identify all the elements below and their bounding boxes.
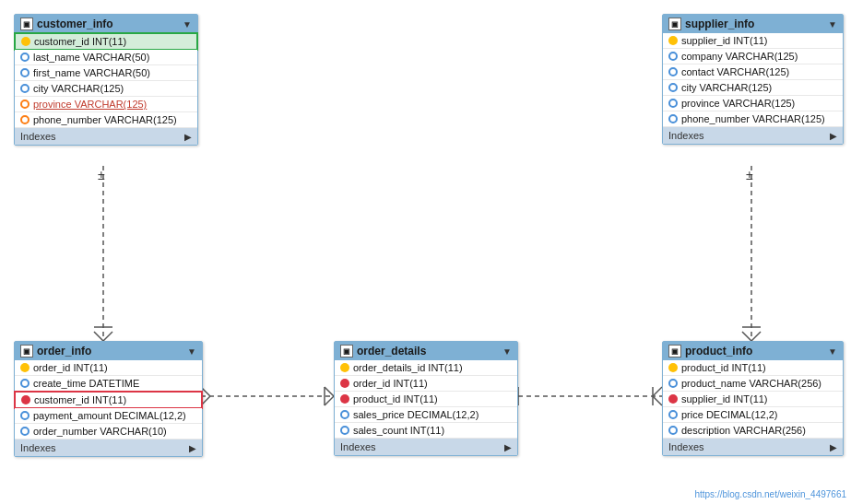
field-text: customer_id INT(11)	[34, 394, 126, 405]
field-text: city VARCHAR(125)	[33, 83, 124, 94]
dropdown-icon[interactable]: ▼	[828, 19, 837, 29]
field-phone: phone_number VARCHAR(125)	[663, 111, 843, 127]
field-text: description VARCHAR(256)	[681, 425, 806, 436]
field-order-number: order_number VARCHAR(10)	[15, 424, 202, 440]
indexes-arrow: ▶	[830, 131, 837, 141]
field-icon	[20, 411, 30, 420]
field-text: order_number VARCHAR(10)	[33, 426, 167, 437]
indexes-order-info[interactable]: Indexes ▶	[15, 440, 202, 456]
indexes-order-details[interactable]: Indexes ▶	[335, 439, 517, 455]
watermark: https://blog.csdn.net/weixin_4497661	[694, 489, 846, 499]
field-supplier-id: supplier_id INT(11)	[663, 33, 843, 49]
indexes-customer-info[interactable]: Indexes ▶	[15, 128, 197, 145]
field-text: contact VARCHAR(125)	[681, 66, 789, 77]
field-phone: phone_number VARCHAR(125)	[15, 112, 197, 128]
svg-line-15	[325, 396, 334, 405]
fk-icon	[340, 379, 349, 388]
svg-line-14	[325, 387, 334, 396]
fk-icon	[340, 394, 349, 404]
table-icon: ▣	[668, 345, 681, 357]
indexes-arrow: ▶	[504, 442, 512, 452]
field-icon	[668, 379, 678, 388]
field-text: product_id INT(11)	[681, 362, 766, 373]
svg-line-22	[653, 396, 662, 405]
field-sales-count: sales_count INT(11)	[335, 423, 517, 439]
svg-line-2	[94, 332, 103, 341]
table-title: product_info	[685, 345, 752, 357]
field-text: order_id INT(11)	[353, 378, 428, 389]
field-text: sales_price DECIMAL(12,2)	[353, 409, 479, 420]
indexes-supplier-info[interactable]: Indexes ▶	[663, 127, 843, 144]
table-order-info: ▣ order_info ▼ order_id INT(11) create_t…	[14, 341, 203, 457]
table-supplier-info: ▣ supplier_info ▼ supplier_id INT(11) co…	[662, 14, 844, 145]
table-header-customer-info[interactable]: ▣ customer_info ▼	[15, 15, 197, 33]
table-header-product-info[interactable]: ▣ product_info ▼	[663, 342, 843, 360]
field-text: order_id INT(11)	[33, 362, 108, 373]
fk-icon	[668, 394, 678, 404]
svg-text:±: ±	[98, 168, 105, 182]
field-text: phone_number VARCHAR(125)	[33, 114, 177, 125]
field-province: province VARCHAR(125)	[663, 96, 843, 111]
indexes-arrow: ▶	[830, 442, 837, 452]
field-last-name: last_name VARCHAR(50)	[15, 50, 197, 65]
field-customer-id: customer_id INT(11)	[14, 32, 198, 51]
dropdown-icon[interactable]: ▼	[187, 346, 196, 357]
field-create-time: create_time DATETIME	[15, 376, 202, 392]
field-contact: contact VARCHAR(125)	[663, 64, 843, 80]
field-icon	[668, 410, 678, 419]
field-icon	[20, 115, 30, 124]
field-product-name: product_name VARCHAR(256)	[663, 376, 843, 392]
field-price: price DECIMAL(12,2)	[663, 407, 843, 423]
table-title: order_info	[37, 345, 91, 357]
field-icon	[668, 114, 678, 123]
field-customer-id: customer_id INT(11)	[14, 391, 203, 409]
field-icon	[668, 99, 678, 108]
field-text: supplier_id INT(11)	[681, 393, 768, 404]
pk-icon	[20, 363, 30, 372]
field-icon	[20, 84, 30, 93]
indexes-label: Indexes	[20, 442, 56, 453]
indexes-label: Indexes	[668, 130, 704, 141]
fk-icon	[21, 395, 30, 404]
table-customer-info: ▣ customer_info ▼ customer_id INT(11) la…	[14, 14, 198, 146]
table-title: order_details	[357, 345, 426, 357]
indexes-arrow: ▶	[184, 132, 192, 142]
field-description: description VARCHAR(256)	[663, 423, 843, 439]
table-icon: ▣	[668, 18, 681, 30]
dropdown-icon[interactable]: ▼	[502, 346, 512, 357]
field-product-id: product_id INT(11)	[335, 392, 517, 407]
field-icon	[340, 410, 349, 419]
field-company: company VARCHAR(125)	[663, 49, 843, 64]
table-title: supplier_info	[685, 18, 754, 30]
field-text: product_id INT(11)	[353, 393, 438, 404]
indexes-label: Indexes	[20, 131, 56, 142]
field-text: province VARCHAR(125)	[33, 99, 147, 110]
svg-text:±: ±	[746, 168, 753, 182]
table-icon: ▣	[20, 345, 33, 357]
svg-line-21	[653, 387, 662, 396]
pk-icon	[668, 363, 678, 372]
field-text: payment_amount DECIMAL(12,2)	[33, 410, 186, 421]
table-icon: ▣	[340, 345, 353, 357]
field-supplier-id: supplier_id INT(11)	[663, 392, 843, 407]
indexes-arrow: ▶	[189, 443, 196, 453]
table-product-info: ▣ product_info ▼ product_id INT(11) prod…	[662, 341, 844, 456]
indexes-product-info[interactable]: Indexes ▶	[663, 439, 843, 455]
field-sales-price: sales_price DECIMAL(12,2)	[335, 407, 517, 423]
table-header-supplier-info[interactable]: ▣ supplier_info ▼	[663, 15, 843, 33]
field-icon	[340, 426, 349, 435]
field-text: product_name VARCHAR(256)	[681, 378, 821, 389]
dropdown-icon[interactable]: ▼	[183, 19, 192, 29]
svg-line-8	[751, 332, 761, 341]
table-header-order-details[interactable]: ▣ order_details ▼	[335, 342, 517, 360]
table-header-order-info[interactable]: ▣ order_info ▼	[15, 342, 202, 360]
svg-line-7	[742, 332, 751, 341]
field-province: province VARCHAR(125)	[15, 97, 197, 112]
field-icon	[668, 83, 678, 92]
field-order-id: order_id INT(11)	[15, 360, 202, 376]
dropdown-icon[interactable]: ▼	[828, 346, 837, 357]
diagram-canvas: ± ± ▣ custo	[0, 0, 851, 504]
field-text: supplier_id INT(11)	[681, 35, 768, 46]
field-first-name: first_name VARCHAR(50)	[15, 65, 197, 81]
pk-icon	[340, 363, 349, 372]
